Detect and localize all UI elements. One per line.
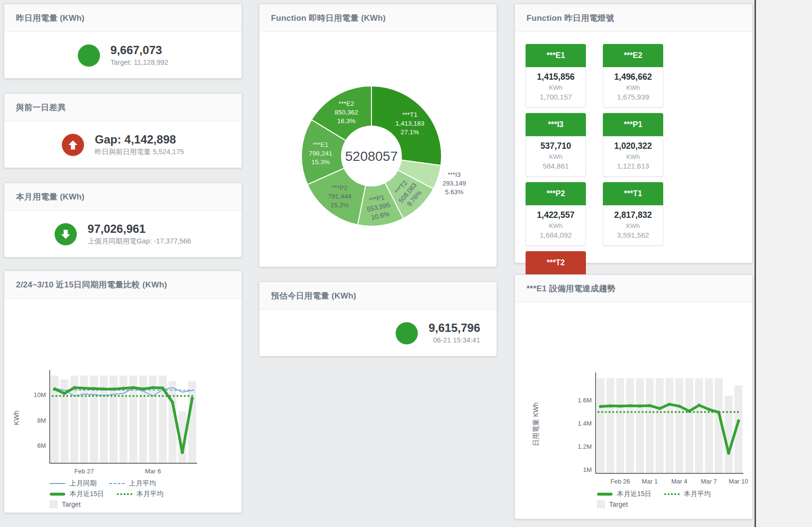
data-point <box>698 404 700 407</box>
legend-item[interactable]: 本月平均 <box>117 490 164 499</box>
legend-label: Target <box>609 500 628 508</box>
status-tile[interactable]: ***P21,422,557KWh1,684,092 <box>526 182 586 246</box>
legend-label: 上月同期 <box>70 479 97 488</box>
tile-unit: KWh <box>604 153 662 160</box>
scrollbar-divider[interactable] <box>755 0 756 527</box>
status-tile[interactable]: ***I3537,710KWh584,861 <box>526 113 586 177</box>
arrow-down-icon <box>55 223 77 245</box>
tile-unit: KWh <box>604 84 662 91</box>
stat-value: Gap: 4,142,898 <box>95 133 184 147</box>
data-point <box>171 401 174 404</box>
dashboard: 昨日用電量 (KWh) 9,667,073 Target: 11,128,992… <box>0 0 812 527</box>
data-point <box>142 387 144 390</box>
tile-name: ***T2 <box>526 251 586 274</box>
tile-value: 537,710 <box>527 141 584 151</box>
target-bar <box>695 378 703 473</box>
data-point <box>92 387 95 390</box>
tile-unit: KWh <box>604 222 662 229</box>
panel-header[interactable]: ***E1 設備用電達成趨勢 <box>515 275 752 302</box>
panel-e1-trend-chart: ***E1 設備用電達成趨勢 1M1.2M1.4M1.6MFeb 26Mar 1… <box>514 274 753 519</box>
tile-body: 1,020,322KWh1,121,613 <box>603 136 663 177</box>
target-bar <box>626 378 634 473</box>
target-bar <box>685 378 693 473</box>
legend-item[interactable]: 本月近15日 <box>50 490 104 499</box>
y-axis-label: 日用電量 KWh <box>532 402 540 446</box>
x-tick-label: Mar 7 <box>701 478 717 485</box>
legend-item[interactable]: 上月平均 <box>109 479 156 488</box>
panel-title: 與前一日差異 <box>16 102 66 113</box>
y-tick-label: 1.6M <box>578 397 592 404</box>
donut-slice-label: ***I3293,1495.63% <box>442 171 466 196</box>
panel-realtime-donut: Function 即時日用電量 (KWh) ***T11,413,18327.1… <box>259 4 497 267</box>
data-point <box>112 387 115 390</box>
panel-header[interactable]: 昨日用電量 (KWh) <box>4 4 242 32</box>
panel-title: 預估今日用電量 (KWh) <box>271 290 356 301</box>
legend-item[interactable]: Target <box>597 500 628 508</box>
x-tick-label: Mar 6 <box>145 468 161 475</box>
tile-body: 1,415,856KWh1,700,157 <box>526 67 586 108</box>
legend-item[interactable]: 本月平均 <box>664 490 711 499</box>
y-tick-label: 8M <box>37 417 46 424</box>
tile-name: ***P1 <box>603 113 663 136</box>
panel-title: ***E1 設備用電達成趨勢 <box>527 283 615 294</box>
panel-title: 本月用電量 (KWh) <box>16 191 85 202</box>
dashed-line-swatch-icon <box>109 483 125 484</box>
trend-line-chart: 1M1.2M1.4M1.6MFeb 26Mar 1Mar 4Mar 7Mar 1… <box>515 302 752 487</box>
panel-header[interactable]: 預估今日用電量 (KWh) <box>259 282 497 310</box>
data-point <box>122 387 125 390</box>
panel-title: Function 即時日用電量 (KWh) <box>271 13 385 24</box>
y-axis-label: KWh <box>13 411 20 425</box>
data-point <box>63 392 66 395</box>
status-tile[interactable]: ***P11,020,322KWh1,121,613 <box>603 113 663 177</box>
data-point <box>609 404 612 407</box>
tile-value: 2,817,832 <box>604 210 662 220</box>
data-point <box>648 404 651 407</box>
panel-header[interactable]: Function 即時日用電量 (KWh) <box>259 4 497 32</box>
target-bar <box>666 378 673 473</box>
panel-header[interactable]: 本月用電量 (KWh) <box>4 183 242 211</box>
compare-chart-legend: 上月同期上月平均本月近15日本月平均Target <box>4 479 242 508</box>
panel-header[interactable]: 2/24~3/10 近15日同期用電量比較 (KWh) <box>4 271 242 299</box>
status-tile[interactable]: ***T12,817,832KWh3,591,562 <box>603 182 663 246</box>
legend-item[interactable]: 上月同期 <box>50 479 97 488</box>
panel-15day-compare-chart: 2/24~3/10 近15日同期用電量比較 (KWh) 6M8M10MFeb 2… <box>4 271 242 513</box>
target-bar <box>675 378 683 473</box>
data-point <box>151 386 154 389</box>
tile-target-value: 1,700,157 <box>527 93 584 101</box>
tile-target-value: 3,591,562 <box>604 231 662 239</box>
tile-body: 1,422,557KWh1,684,092 <box>526 205 586 246</box>
legend-label: 本月平均 <box>684 490 711 499</box>
tile-target-value: 1,684,092 <box>527 231 584 239</box>
status-tile[interactable]: ***E21,496,662KWh1,675,939 <box>603 44 663 108</box>
tile-name: ***P2 <box>526 182 586 205</box>
panel-header[interactable]: 與前一日差異 <box>4 94 242 121</box>
stat-subtitle: 上個月同期用電Gap: -17,377,566 <box>87 237 191 246</box>
status-circle-icon <box>78 44 100 67</box>
tile-target-value: 584,861 <box>527 162 584 170</box>
data-point <box>83 387 85 390</box>
target-swatch-icon <box>597 500 605 508</box>
target-swatch-icon <box>50 500 57 508</box>
data-point <box>53 387 56 390</box>
tile-body: 2,817,832KWh3,591,562 <box>603 205 663 246</box>
stat-subtitle: Target: 11,128,992 <box>111 58 169 67</box>
compare-line-chart: 6M8M10MFeb 27Mar 6KWh <box>4 299 242 476</box>
data-point <box>707 408 710 411</box>
status-circle-icon <box>396 322 418 344</box>
legend-item[interactable]: 本月近15日 <box>597 490 652 499</box>
target-bar <box>606 378 614 473</box>
panel-title: 2/24~3/10 近15日同期用電量比較 (KWh) <box>16 279 167 290</box>
x-tick-label: Feb 27 <box>74 468 94 475</box>
dotted-line-swatch-icon <box>664 493 680 495</box>
panel-header[interactable]: Function 昨日用電燈號 <box>515 4 752 32</box>
tile-value: 1,496,662 <box>604 72 662 82</box>
status-tile[interactable]: ***E11,415,856KWh1,700,157 <box>526 44 586 108</box>
x-tick-label: Mar 4 <box>671 478 687 485</box>
data-point <box>737 419 740 422</box>
tile-name: ***E1 <box>526 44 586 67</box>
legend-item[interactable]: Target <box>50 500 81 508</box>
data-point <box>639 404 641 407</box>
y-tick-label: 1.2M <box>578 443 592 450</box>
data-point <box>678 405 681 408</box>
page-margin <box>756 0 812 527</box>
